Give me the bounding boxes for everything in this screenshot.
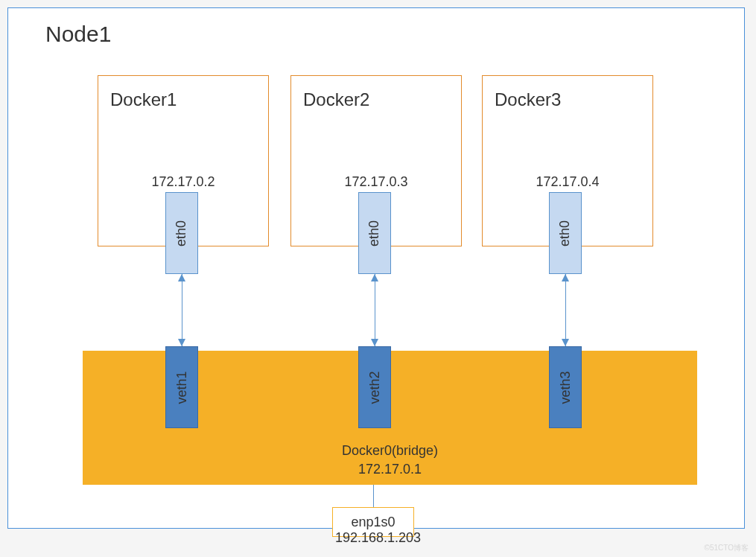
bridge-label: Docker0(bridge) 172.17.0.1 <box>83 442 697 479</box>
eth0-docker1: eth0 <box>165 192 198 274</box>
bridge-ip: 172.17.0.1 <box>358 462 422 477</box>
container-name: Docker2 <box>303 89 369 110</box>
iface-label: eth0 <box>174 220 189 246</box>
container-name: Docker3 <box>495 89 561 110</box>
container-ip: 172.17.0.4 <box>483 174 652 190</box>
container-ip: 172.17.0.2 <box>98 174 268 190</box>
arrow-up-icon <box>371 274 378 281</box>
arrow-up-icon <box>178 274 185 281</box>
eth0-docker2: eth0 <box>358 192 391 274</box>
veth-label: veth3 <box>558 371 574 404</box>
container-name: Docker1 <box>110 89 177 110</box>
arrow-up-icon <box>562 274 569 281</box>
arrow-down-icon <box>371 339 378 346</box>
host-nic-ip: 192.168.1.203 <box>0 530 756 546</box>
node-outer-box: Node1 Docker1 172.17.0.2 eth0 Docker2 17… <box>7 7 745 529</box>
veth3: veth3 <box>549 346 582 428</box>
veth1: veth1 <box>165 346 198 428</box>
link-host-nic <box>373 485 374 507</box>
container-ip: 172.17.0.3 <box>291 174 461 190</box>
veth-label: veth1 <box>174 371 190 404</box>
link-docker3 <box>565 274 566 346</box>
link-docker1 <box>182 274 182 346</box>
iface-label: eth0 <box>366 220 382 246</box>
eth0-docker3: eth0 <box>549 192 582 274</box>
link-docker2 <box>375 274 375 346</box>
host-nic-name: enp1s0 <box>351 515 395 530</box>
watermark-text: ©51CTO博客 <box>705 543 749 553</box>
iface-label: eth0 <box>557 220 573 246</box>
arrow-down-icon <box>178 339 185 346</box>
node-title: Node1 <box>45 22 111 47</box>
veth2: veth2 <box>358 346 391 428</box>
bridge-name: Docker0(bridge) <box>342 443 438 458</box>
veth-label: veth2 <box>367 371 383 404</box>
arrow-down-icon <box>562 339 569 346</box>
